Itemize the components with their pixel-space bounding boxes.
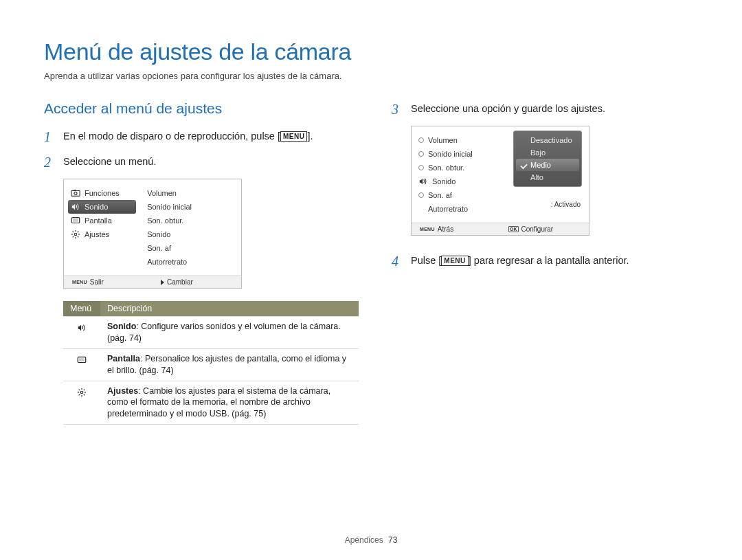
lcd1-menu-item: Funciones (71, 186, 139, 200)
step-number: 1 (44, 128, 56, 146)
step-number: 2 (44, 153, 56, 172)
volume-option: Bajo (514, 146, 581, 159)
lcd2-autor-value: : Activado (551, 201, 581, 208)
row-title: Sonido (107, 322, 136, 331)
svg-line-23 (84, 389, 85, 390)
step-1-text-post: ]. (307, 131, 313, 142)
step-3: 3 Seleccione una opción y guarde los aju… (392, 100, 698, 119)
volume-option-label: Medio (530, 161, 551, 169)
row-title: Ajustes (107, 386, 138, 396)
sound-icon (71, 202, 80, 212)
lcd1-menu-item: Ajustes (71, 227, 139, 241)
bullet-icon (418, 192, 424, 198)
volume-option: Desactivado (514, 134, 581, 146)
step-number: 3 (392, 100, 404, 119)
lcd2-foot-left: Atrás (438, 225, 453, 233)
lcd2-row: Son. af (418, 188, 499, 202)
section-heading: Acceder al menú de ajustes (44, 100, 359, 117)
menu-glyph-icon: MENU (420, 227, 435, 232)
sound-icon (75, 321, 89, 335)
step-2-text: Seleccione un menú. (63, 153, 359, 172)
svg-line-21 (79, 389, 80, 390)
menu-button-icon: MENU (280, 131, 307, 142)
footer-section: Apéndices (345, 535, 383, 545)
page-footer: Apéndices 73 (0, 535, 742, 545)
row-title: Pantalla (107, 354, 140, 363)
lcd2-row: Volumen (418, 133, 499, 147)
gear-icon (75, 385, 89, 399)
svg-point-5 (74, 233, 77, 236)
svg-rect-4 (73, 219, 78, 221)
svg-point-16 (80, 391, 83, 394)
bullet-icon (418, 151, 424, 157)
footer-page-number: 73 (388, 535, 397, 545)
lcd-screenshot-1: FuncionesSonidoPantallaAjustes VolumenSo… (63, 179, 242, 289)
display-icon (75, 353, 89, 367)
triangle-right-icon (161, 280, 164, 285)
volume-option-label: Alto (530, 173, 543, 181)
step-2: 2 Seleccione un menú. (44, 153, 359, 172)
lcd1-menu-item: Sonido (68, 200, 136, 214)
row-text: : Configure varios sonidos y el volumen … (107, 322, 341, 343)
svg-rect-15 (79, 358, 85, 361)
table-row: Pantalla: Personalice los ajustes de pan… (63, 348, 359, 381)
lcd1-item-label: Sonido (85, 203, 108, 211)
lcd2-row-label: Son. obtur. (428, 164, 464, 172)
lcd2-foot-right: Configurar (521, 225, 554, 233)
lcd1-foot-right: Cambiar (167, 278, 193, 286)
lcd2-row-label: Sonido (432, 177, 456, 186)
step-1-text-pre: En el modo de disparo o de reproducción,… (63, 131, 280, 142)
row-desc-cell: Pantalla: Personalice los ajustes de pan… (100, 348, 359, 381)
svg-line-22 (84, 394, 85, 395)
menu-glyph-icon: MENU (72, 280, 87, 284)
lcd2-row-label: Son. af (428, 191, 452, 199)
sound-icon (418, 177, 428, 186)
svg-rect-0 (71, 191, 80, 197)
volume-option: Medio (516, 159, 579, 171)
table-row: Sonido: Configure varios sonidos y el vo… (63, 317, 359, 349)
camera-icon (71, 188, 80, 198)
lcd1-item-label: Ajustes (85, 230, 109, 238)
volume-popup: DesactivadoBajoMedioAlto (513, 131, 582, 187)
bullet-icon (418, 137, 424, 143)
bullet-icon (418, 165, 424, 170)
table-head-menu: Menú (63, 301, 100, 317)
lcd1-submenu-item: Autorretrato (147, 255, 241, 269)
step-1: 1 En el modo de disparo o de reproducció… (44, 128, 359, 146)
lcd2-row: Son. obtur. (418, 161, 499, 175)
lcd2-row: Sonido inicial (418, 147, 499, 161)
svg-line-13 (73, 236, 74, 238)
lcd1-submenu-item: Sonido inicial (147, 200, 241, 214)
page-subtitle: Aprenda a utilizar varias opciones para … (44, 71, 698, 81)
step-4: 4 Pulse [MENU] para regresar a la pantal… (392, 252, 698, 271)
step-number: 4 (392, 252, 404, 271)
svg-line-24 (79, 394, 80, 395)
row-desc-cell: Sonido: Configure varios sonidos y el vo… (100, 317, 359, 349)
step-4-text-pre: Pulse [ (411, 255, 441, 266)
lcd1-submenu-item: Volumen (147, 186, 241, 200)
volume-option-label: Bajo (530, 148, 546, 157)
table-row: Ajustes: Cambie los ajustes para el sist… (63, 381, 359, 425)
page-title: Menú de ajustes de la cámara (44, 38, 698, 65)
table-head-desc: Descripción (100, 301, 359, 317)
step-4-text-post: ] para regresar a la pantalla anterior. (469, 255, 629, 266)
description-table: Menú Descripción Sonido: Configure vario… (63, 301, 359, 425)
svg-line-11 (78, 236, 79, 238)
row-icon-cell (63, 348, 100, 381)
lcd1-submenu-item: Son. obtur. (147, 214, 241, 227)
lcd2-row-label: Sonido inicial (428, 150, 473, 158)
row-text: : Personalice los ajustes de pantalla, c… (107, 354, 346, 375)
display-icon (71, 216, 80, 225)
svg-line-12 (78, 232, 79, 233)
svg-point-1 (74, 192, 77, 194)
volume-option: Alto (514, 171, 581, 183)
lcd-screenshot-2: VolumenSonido inicialSon. obtur.SonidoSo… (411, 126, 589, 236)
lcd1-foot-left: Salir (90, 278, 104, 286)
lcd1-item-label: Funciones (85, 189, 120, 197)
row-icon-cell (63, 317, 100, 349)
ok-glyph-icon: OK (508, 226, 519, 232)
svg-rect-2 (74, 190, 76, 191)
lcd2-row: Sonido (418, 175, 499, 188)
volume-option-label: Desactivado (530, 136, 572, 144)
lcd1-item-label: Pantalla (85, 216, 112, 225)
